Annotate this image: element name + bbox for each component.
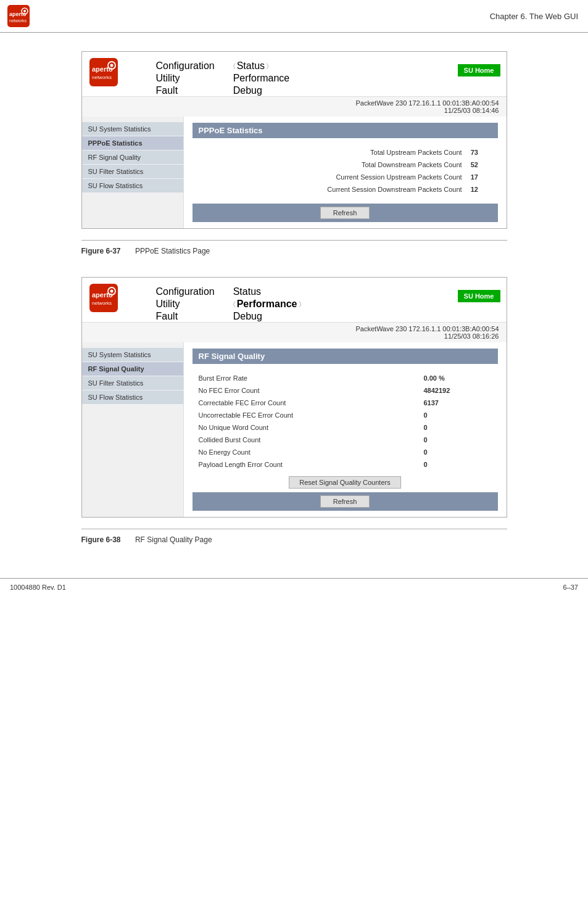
stat2-value: 52 [468, 159, 497, 170]
rf-stat3-label: Correctable FEC Error Count [194, 397, 418, 408]
gui1-sidebar: SU System Statistics PPPoE Statistics RF… [82, 117, 184, 228]
rf-stat8-label: Payload Length Error Count [194, 459, 418, 470]
gui1-nav-wrapper: Configuration Utility Fault 〈 Status 〉 P… [156, 57, 500, 96]
table-row: No Unique Word Count 0 [194, 422, 497, 433]
figure1-number: Figure 6-37 [81, 247, 121, 255]
sidebar1-item-4[interactable]: SU Flow Statistics [82, 179, 183, 192]
table-row: Current Session Downstream Packets Count… [194, 184, 497, 195]
stat1-value: 73 [468, 147, 497, 158]
gui1-device-info: PacketWave 230 172.16.1.1 00:01:3B:A0:00… [82, 97, 507, 117]
figure1-caption: Figure 6-37 PPPoE Statistics Page [81, 240, 507, 258]
gui2-body: SU System Statistics RF Signal Quality S… [82, 342, 507, 517]
gui1-nav-debug[interactable]: Debug [233, 85, 290, 96]
rf-stat7-value: 0 [418, 447, 496, 458]
stat2-label: Total Downstream Packets Count [194, 159, 467, 170]
gui1-nav-center: Configuration Utility Fault 〈 Status 〉 P… [156, 60, 290, 96]
gui2-nav-fault[interactable]: Fault [156, 311, 215, 322]
svg-point-4 [23, 10, 26, 12]
gui2-refresh-row: Refresh [193, 492, 498, 511]
sidebar1-item-2[interactable]: RF Signal Quality [82, 151, 183, 164]
table-row: No FEC Error Count 4842192 [194, 385, 497, 396]
gui1-su-home-button[interactable]: SU Home [458, 64, 500, 76]
gui2-main: RF Signal Quality Burst Error Rate 0.00 … [184, 342, 507, 517]
gui2-reset-button[interactable]: Reset Signal Quality Counters [289, 476, 400, 489]
table-row: Payload Length Error Count 0 [194, 459, 497, 470]
sidebar2-item-1[interactable]: RF Signal Quality [82, 362, 183, 376]
gui2-nav-utility[interactable]: Utility [156, 299, 215, 310]
gui1-nav-col-right: 〈 Status 〉 Performance Debug [233, 60, 290, 96]
stat3-label: Current Session Upstream Packets Count [194, 171, 467, 183]
table-row: Total Upstream Packets Count 73 [194, 147, 497, 158]
gui1-section-title: PPPoE Statistics [193, 123, 498, 138]
table-row: Total Downstream Packets Count 52 [194, 159, 497, 170]
svg-point-9 [110, 64, 113, 67]
gui2-su-home-button[interactable]: SU Home [458, 290, 500, 302]
sidebar2-item-3[interactable]: SU Flow Statistics [82, 390, 183, 404]
gui2-header: aperto networks Configuration Utility Fa… [82, 278, 507, 323]
sidebar1-item-1[interactable]: PPPoE Statistics [82, 136, 183, 150]
logo-area: aperto networks [6, 4, 62, 28]
gui2-nav-configuration[interactable]: Configuration [156, 286, 215, 297]
svg-text:networks: networks [92, 300, 112, 306]
gui2-nav-debug[interactable]: Debug [233, 311, 301, 322]
rf-stat3-value: 6137 [418, 397, 496, 408]
footer-page-number: 6–37 [563, 584, 578, 591]
gui1-nav-fault[interactable]: Fault [156, 85, 215, 96]
figure2-frame: aperto networks Configuration Utility Fa… [81, 277, 507, 518]
sidebar1-item-3[interactable]: SU Filter Statistics [82, 165, 183, 178]
sidebar1-item-0[interactable]: SU System Statistics [82, 122, 183, 136]
rf-stat5-value: 0 [418, 422, 496, 433]
gui2-arrow-left: 〈 [233, 300, 235, 308]
table-row: Uncorrectable FEC Error Count 0 [194, 410, 497, 421]
rf-stat5-label: No Unique Word Count [194, 422, 418, 433]
gui2-logo: aperto networks [88, 283, 156, 316]
stat4-label: Current Session Downstream Packets Count [194, 184, 467, 195]
table-row: Burst Error Rate 0.00 % [194, 373, 497, 384]
gui2-reset-row: Reset Signal Quality Counters [193, 476, 498, 489]
page-header: aperto networks Chapter 6. The Web GUI [0, 0, 588, 33]
sidebar2-item-2[interactable]: SU Filter Statistics [82, 376, 183, 390]
gui1-main: PPPoE Statistics Total Upstream Packets … [184, 117, 507, 228]
gui1-arrow-left: 〈 [233, 62, 235, 70]
rf-stat1-label: Burst Error Rate [194, 373, 418, 384]
stat4-value: 12 [468, 184, 497, 195]
figure1-title: PPPoE Statistics Page [135, 247, 210, 255]
rf-stat4-label: Uncorrectable FEC Error Count [194, 410, 418, 421]
table-row: Current Session Upstream Packets Count 1… [194, 171, 497, 183]
rf-stat7-label: No Energy Count [194, 447, 418, 458]
gui1-refresh-row: Refresh [193, 204, 498, 222]
gui1-nav-configuration[interactable]: Configuration [156, 60, 215, 72]
chapter-title: Chapter 6. The Web GUI [490, 12, 578, 21]
gui1-nav-status[interactable]: Status [237, 60, 265, 72]
gui2-device-line1: PacketWave 230 172.16.1.1 00:01:3B:A0:00… [89, 325, 499, 332]
gui2-refresh-button[interactable]: Refresh [320, 495, 370, 508]
stat3-value: 17 [468, 171, 497, 183]
rf-stat6-value: 0 [418, 434, 496, 445]
svg-text:networks: networks [9, 19, 27, 23]
sidebar2-item-0[interactable]: SU System Statistics [82, 348, 183, 361]
gui1-nav-col-left: Configuration Utility Fault [156, 60, 215, 96]
gui2-device-info: PacketWave 230 172.16.1.1 00:01:3B:A0:00… [82, 323, 507, 342]
table-row: No Energy Count 0 [194, 447, 497, 458]
gui2-nav-performance[interactable]: Performance [237, 299, 297, 310]
gui1-refresh-button[interactable]: Refresh [320, 207, 370, 219]
gui2-nav-col-left: Configuration Utility Fault [156, 286, 215, 322]
footer-revision: 10004880 Rev. D1 [10, 584, 66, 591]
figure2-caption: Figure 6-38 RF Signal Quality Page [81, 529, 507, 547]
page-footer: 10004880 Rev. D1 6–37 [0, 578, 588, 596]
figure1-frame: aperto networks Configuration Utility Fa… [81, 51, 507, 229]
gui1-stats-table: Total Upstream Packets Count 73 Total Do… [193, 146, 498, 196]
gui1-nav-performance[interactable]: Performance [233, 73, 290, 84]
gui1-header: aperto networks Configuration Utility Fa… [82, 52, 507, 97]
gui1-nav-utility[interactable]: Utility [156, 73, 215, 84]
table-row: Correctable FEC Error Count 6137 [194, 397, 497, 408]
gui2-performance-row: 〈 Performance 〉 [233, 299, 301, 310]
figure2-title: RF Signal Quality Page [135, 535, 212, 544]
rf-stat6-label: Collided Burst Count [194, 434, 418, 445]
gui2-sidebar: SU System Statistics RF Signal Quality S… [82, 342, 184, 517]
gui2-device-line2: 11/25/03 08:16:26 [89, 332, 499, 340]
figure2-number: Figure 6-38 [81, 535, 121, 544]
gui2-nav-status[interactable]: Status [233, 286, 301, 297]
gui2-arrow-right: 〉 [299, 300, 301, 308]
gui2-nav-wrapper: Configuration Utility Fault Status 〈 Per… [156, 283, 500, 322]
